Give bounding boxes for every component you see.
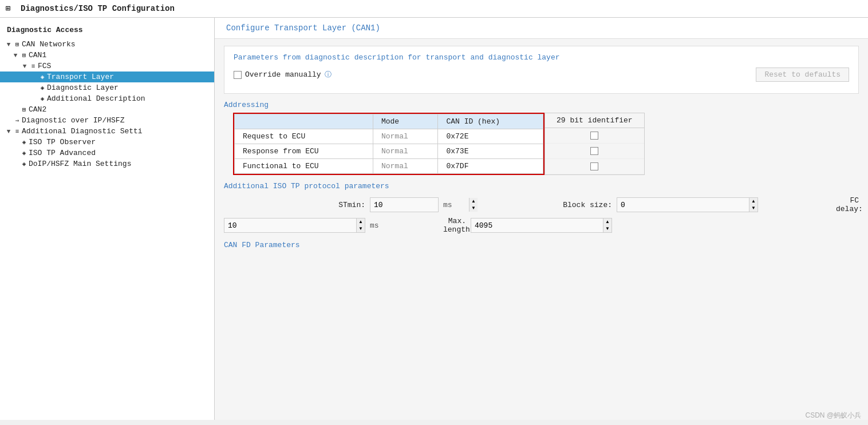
fcdelay-spinner[interactable]: ▲ ▼ <box>356 219 365 232</box>
content-header: Configure Transport Layer (CAN1) <box>215 18 868 39</box>
sidebar-item-can-networks[interactable]: ▼⊞CAN Networks <box>0 39 214 50</box>
addressing-label: Addressing <box>224 101 859 109</box>
title-text: Diagnostics/ISO TP Configuration <box>21 4 175 13</box>
sidebar-item-fcs[interactable]: ▼≡FCS <box>0 61 214 72</box>
tree-icon-iso-tp-observer: ◈ <box>19 138 29 146</box>
blocksize-input[interactable] <box>617 198 749 212</box>
addressing-section: Addressing Mode CAN ID (hex) Request <box>224 101 859 175</box>
stmin-input-wrapper[interactable]: ▲ ▼ <box>370 197 439 212</box>
bit-identifier-row-1 <box>545 144 644 159</box>
tree-icon-additional-description: ◈ <box>38 95 47 102</box>
toggle-can-networks[interactable]: ▼ <box>5 41 13 48</box>
col-canid-header: CAN ID (hex) <box>438 114 543 129</box>
stmin-unit: ms <box>443 201 466 209</box>
maxlen-input-wrapper[interactable]: ▲ ▼ <box>471 218 612 233</box>
bit-identifier-row-0 <box>545 128 644 144</box>
tree-icon-iso-tp-advanced: ◈ <box>19 149 29 157</box>
addr-mode-2: Normal <box>373 159 437 174</box>
blocksize-down[interactable]: ▼ <box>749 205 757 212</box>
sidebar-item-transport-layer[interactable]: ◈Transport Layer <box>0 72 214 82</box>
blocksize-label: Block size: <box>471 201 612 209</box>
sidebar-item-iso-tp-observer[interactable]: ◈ISO TP Observer <box>0 137 214 148</box>
main-layout: Diagnostic Access ▼⊞CAN Networks▼⊞CAN1▼≡… <box>0 18 868 420</box>
override-left: Override manually ⓘ <box>234 70 332 80</box>
tree-icon-doip-main-settings: ◈ <box>19 160 29 168</box>
fcdelay-label: FC delay: <box>836 196 859 213</box>
tree-icon-fcs: ≡ <box>29 63 38 70</box>
toggle-additional-diag[interactable]: ▼ <box>5 128 13 135</box>
tree-label-transport-layer: Transport Layer <box>47 73 114 81</box>
addr-mode-0: Normal <box>373 129 437 144</box>
fcdelay-unit: ms <box>370 221 439 230</box>
override-label: Override manually <box>245 70 321 79</box>
tree-label-doip-main-settings: DoIP/HSFZ Main Settings <box>29 160 131 168</box>
app-icon: ⊞ <box>6 3 16 14</box>
sidebar-item-can1[interactable]: ▼⊞CAN1 <box>0 50 214 61</box>
addr-canid-1: 0x73E <box>438 144 543 159</box>
sidebar-item-diag-over-ip[interactable]: ⇒Diagnostic over IP/HSFZ <box>0 115 214 126</box>
tree-label-iso-tp-advanced: ISO TP Advanced <box>29 149 96 157</box>
tree-label-can2: CAN2 <box>29 105 46 114</box>
tree-label-can-networks: CAN Networks <box>22 40 76 49</box>
sidebar-item-additional-diag[interactable]: ▼≡Additional Diagnostic Setti <box>0 126 214 137</box>
addressing-table-wrapper: Mode CAN ID (hex) Request to ECU Normal … <box>233 113 545 175</box>
sidebar-item-additional-description[interactable]: ◈Additional Description <box>0 93 214 104</box>
addr-label-0: Request to ECU <box>235 129 373 144</box>
can-fd-section: CAN FD Parameters <box>224 241 859 249</box>
maxlen-down[interactable]: ▼ <box>603 225 611 232</box>
sidebar-item-can2[interactable]: ⊞CAN2 <box>0 104 214 115</box>
tree-label-can1: CAN1 <box>29 51 46 59</box>
tree-label-diag-over-ip: Diagnostic over IP/HSFZ <box>22 116 124 125</box>
sidebar-item-iso-tp-advanced[interactable]: ◈ISO TP Advanced <box>0 148 214 158</box>
title-bar: ⊞ Diagnostics/ISO TP Configuration <box>0 0 868 18</box>
tree-label-additional-diag: Additional Diagnostic Setti <box>22 127 143 136</box>
iso-tp-label: Additional ISO TP protocol parameters <box>224 182 859 190</box>
maxlen-spinner[interactable]: ▲ ▼ <box>603 219 611 232</box>
col-mode-header: Mode <box>373 114 437 129</box>
watermark: CSDN @蚂蚁小兵 <box>805 411 861 420</box>
addr-row-0: Request to ECU Normal 0x72E <box>235 129 543 144</box>
sidebar-title: Diagnostic Access <box>0 23 214 39</box>
override-checkbox[interactable] <box>234 71 242 79</box>
sidebar-item-diagnostic-layer[interactable]: ◈Diagnostic Layer <box>0 82 214 93</box>
fcdelay-input[interactable] <box>224 219 356 232</box>
toggle-can1[interactable]: ▼ <box>11 52 19 59</box>
right-col-rows <box>545 128 644 174</box>
tree-icon-can2: ⊞ <box>19 106 29 113</box>
fcdelay-up[interactable]: ▲ <box>357 219 365 225</box>
fcdelay-input-wrapper[interactable]: ▲ ▼ <box>224 218 365 233</box>
blocksize-spinner[interactable]: ▲ ▼ <box>749 198 757 212</box>
addr-canid-2: 0x7DF <box>438 159 543 174</box>
tree-icon-transport-layer: ◈ <box>38 73 47 81</box>
iso-tp-section: Additional ISO TP protocol parameters ST… <box>224 182 859 234</box>
tree-label-diagnostic-layer: Diagnostic Layer <box>47 84 119 92</box>
info-icon[interactable]: ⓘ <box>325 70 332 80</box>
can-fd-label: CAN FD Parameters <box>224 241 859 249</box>
right-col: 29 bit identifier <box>545 113 645 175</box>
addr-row-1: Response from ECU Normal 0x73E <box>235 144 543 159</box>
tree-icon-diag-over-ip: ⇒ <box>13 117 22 124</box>
tree-icon-additional-diag: ≡ <box>13 128 22 135</box>
addressing-table: Mode CAN ID (hex) Request to ECU Normal … <box>234 114 543 174</box>
params-section-label: Parameters from diagnostic description f… <box>234 53 849 62</box>
maxlen-input[interactable] <box>471 219 603 232</box>
col-label-header <box>235 114 373 129</box>
bit-checkbox-0[interactable] <box>590 132 598 140</box>
blocksize-up[interactable]: ▲ <box>749 198 757 205</box>
stmin-label: STmin: <box>224 201 365 209</box>
blocksize-input-wrapper[interactable]: ▲ ▼ <box>617 197 758 212</box>
bit-checkbox-2[interactable] <box>590 162 598 170</box>
fcdelay-down[interactable]: ▼ <box>357 225 365 232</box>
sidebar-item-doip-main-settings[interactable]: ◈DoIP/HSFZ Main Settings <box>0 158 214 169</box>
tree-icon-can1: ⊞ <box>19 51 29 59</box>
params-section: Parameters from diagnostic description f… <box>224 46 859 94</box>
toggle-fcs[interactable]: ▼ <box>21 63 29 70</box>
tree-label-fcs: FCS <box>38 62 51 70</box>
tree-icon-diagnostic-layer: ◈ <box>38 84 47 92</box>
content-area: Configure Transport Layer (CAN1) Paramet… <box>215 18 868 420</box>
addr-outer: Mode CAN ID (hex) Request to ECU Normal … <box>233 113 850 175</box>
reset-button[interactable]: Reset to defaults <box>756 67 849 82</box>
bit-checkbox-1[interactable] <box>590 147 598 155</box>
maxlen-label: Max. length: <box>443 217 466 234</box>
maxlen-up[interactable]: ▲ <box>603 219 611 225</box>
